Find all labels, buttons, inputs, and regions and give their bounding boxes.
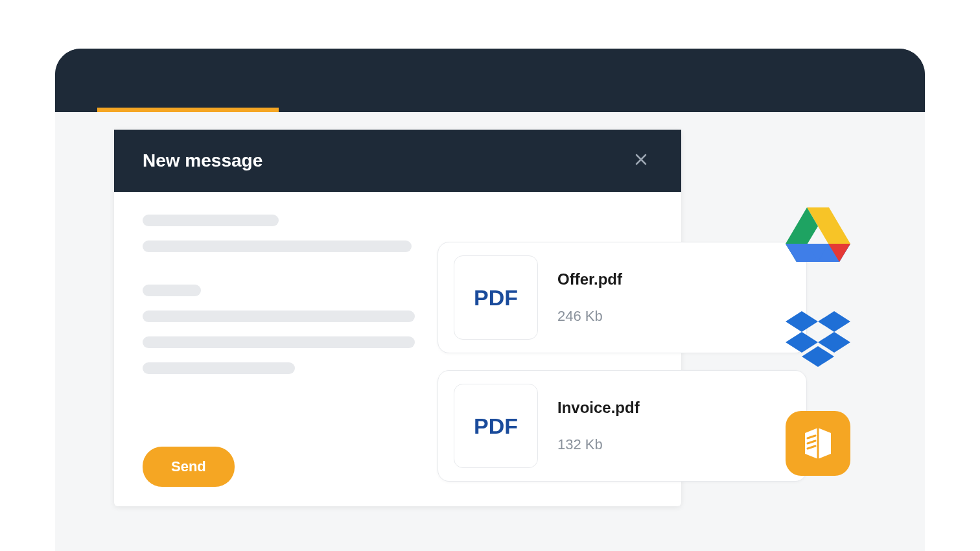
svg-marker-7	[786, 311, 818, 332]
placeholder-line	[143, 240, 412, 252]
attachment-info: Invoice.pdf 132 Kb	[557, 399, 640, 453]
close-icon	[635, 153, 648, 166]
book-icon	[800, 425, 836, 462]
attachment-card[interactable]: PDF Invoice.pdf 132 Kb	[438, 370, 807, 482]
dropbox-icon	[786, 311, 850, 367]
provider-dropbox[interactable]	[786, 311, 850, 367]
attachment-card[interactable]: PDF Offer.pdf 246 Kb	[438, 242, 807, 353]
send-button[interactable]: Send	[143, 447, 235, 487]
app-topbar	[55, 49, 925, 112]
provider-google-drive[interactable]	[786, 205, 850, 266]
provider-library[interactable]	[786, 411, 850, 476]
compose-header: New message	[114, 130, 681, 192]
pdf-type-label: PDF	[474, 414, 518, 439]
placeholder-line	[143, 336, 415, 348]
compose-title: New message	[143, 150, 262, 171]
attachment-name: Offer.pdf	[557, 270, 622, 288]
placeholder-line	[143, 311, 415, 322]
placeholder-line	[143, 362, 295, 374]
pdf-icon: PDF	[454, 255, 538, 340]
attachment-size: 132 Kb	[557, 436, 640, 453]
attachment-info: Offer.pdf 246 Kb	[557, 270, 622, 325]
attachment-name: Invoice.pdf	[557, 399, 640, 417]
close-button[interactable]	[629, 147, 653, 175]
placeholder-line	[143, 215, 279, 226]
svg-marker-8	[818, 311, 850, 332]
library-card	[786, 411, 850, 476]
pdf-icon: PDF	[454, 384, 538, 468]
attachment-size: 246 Kb	[557, 308, 622, 325]
placeholder-line	[143, 285, 201, 296]
pdf-type-label: PDF	[474, 285, 518, 311]
active-tab-indicator	[97, 108, 279, 112]
google-drive-icon	[786, 205, 850, 263]
